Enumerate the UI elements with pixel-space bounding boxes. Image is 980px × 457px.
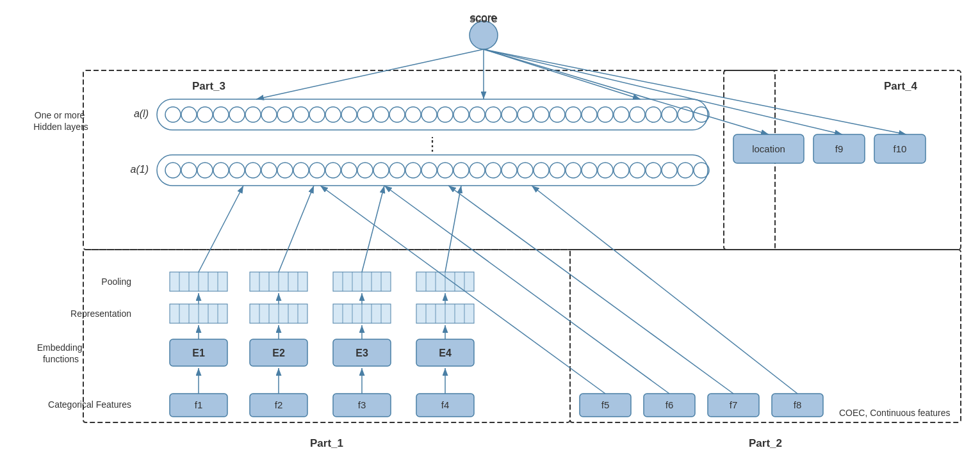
a1-bar: [157, 155, 708, 186]
al-circle: [373, 107, 389, 122]
a1-circle: [566, 163, 581, 178]
a1-circle: [405, 163, 421, 178]
al-circle: [550, 107, 565, 122]
al-circle: [470, 107, 485, 122]
a1-circle: [293, 163, 309, 178]
al-circle: [245, 107, 261, 122]
a1-circle: [165, 163, 181, 178]
al-circle: [582, 107, 597, 122]
f3-text: f3: [358, 399, 366, 410]
al-circle: [566, 107, 581, 122]
a1-circle: [470, 163, 485, 178]
a1-circle: [550, 163, 565, 178]
al-circle: [213, 107, 229, 122]
e4-text: E4: [439, 348, 452, 358]
a1-circle: [502, 163, 517, 178]
a1-circle: [662, 163, 677, 178]
a1-circle: [357, 163, 373, 178]
a1-label: a(1): [131, 164, 149, 175]
part3-label: Part_3: [192, 80, 225, 92]
a1-circle: [678, 163, 693, 178]
a1-circle: [261, 163, 277, 178]
al-circle: [502, 107, 517, 122]
al-circle: [598, 107, 613, 122]
a1-circle: [453, 163, 469, 178]
al-circle: [486, 107, 501, 122]
f7-to-a1: [448, 186, 733, 394]
a1-circle: [229, 163, 245, 178]
f5-text: f5: [601, 399, 610, 410]
a1-circle: [646, 163, 661, 178]
score-label-text: score: [470, 12, 497, 24]
f1-text: f1: [195, 399, 203, 410]
al-circle: [453, 107, 469, 122]
part1-box: [83, 250, 570, 422]
a1-circle: [630, 163, 645, 178]
a1-circle: [614, 163, 629, 178]
coec-label: COEC, Continuous features: [839, 408, 951, 418]
a1-circle: [245, 163, 261, 178]
a1-circle: [325, 163, 341, 178]
score-to-location: [484, 49, 769, 134]
al-circle: [389, 107, 405, 122]
score-node: [470, 21, 498, 49]
a1-circle: [421, 163, 437, 178]
al-circle: [165, 107, 181, 122]
a1-circle: [213, 163, 229, 178]
main-svg: /* done inline below */ ⋮: [0, 0, 980, 457]
a1-circle: [582, 163, 597, 178]
al-circle: [229, 107, 245, 122]
a1-circle: [181, 163, 197, 178]
pooling-label: Pooling: [101, 277, 131, 287]
al-circle: [614, 107, 629, 122]
a1-circles-row: [165, 163, 709, 178]
al-circle: [197, 107, 213, 122]
f7-text: f7: [730, 399, 738, 410]
f9-text: f9: [835, 143, 844, 154]
al-circle: [405, 107, 421, 122]
e1-text: E1: [192, 348, 205, 358]
al-circle: [357, 107, 373, 122]
pool4-to-a1: [445, 186, 461, 272]
part2-label: Part_2: [749, 437, 782, 449]
diagram-container: /* done inline below */ ⋮: [0, 0, 980, 457]
a1-circle: [197, 163, 213, 178]
al-circle: [437, 107, 453, 122]
a1-circle: [598, 163, 613, 178]
categorical-label: Categorical Features: [48, 399, 131, 410]
al-bar: [157, 99, 708, 130]
al-circle: [261, 107, 277, 122]
f2-text: f2: [275, 399, 283, 410]
part1-label: Part_1: [310, 437, 343, 449]
a1-circle: [518, 163, 533, 178]
a1-circle: [486, 163, 501, 178]
part4-label: Part_4: [884, 80, 918, 92]
dots-text: ⋮: [426, 134, 439, 148]
location-text: location: [752, 143, 785, 154]
al-circle: [646, 107, 661, 122]
representation-label: Representation: [70, 309, 131, 319]
score-to-f10: [484, 49, 906, 134]
f6-text: f6: [666, 399, 674, 410]
al-circle: [421, 107, 437, 122]
pool3-to-a1: [362, 186, 384, 272]
al-circle: [518, 107, 533, 122]
f10-text: f10: [894, 143, 907, 154]
a1-circle: [277, 163, 293, 178]
al-circle: [277, 107, 293, 122]
score-to-al-left: [256, 49, 484, 99]
al-circle: [309, 107, 325, 122]
a1-circle: [309, 163, 325, 178]
al-circle: [630, 107, 645, 122]
al-circle: [293, 107, 309, 122]
al-circle: [181, 107, 197, 122]
a1-circle: [534, 163, 549, 178]
f8-text: f8: [794, 399, 802, 410]
al-circle: [325, 107, 341, 122]
al-circle: [341, 107, 357, 122]
hidden-layers-label: One or more Hidden layers: [33, 110, 88, 132]
e2-text: E2: [272, 348, 285, 358]
f8-to-a1: [532, 186, 797, 394]
al-label: a(l): [134, 108, 149, 119]
pool2-to-a1: [279, 186, 314, 272]
